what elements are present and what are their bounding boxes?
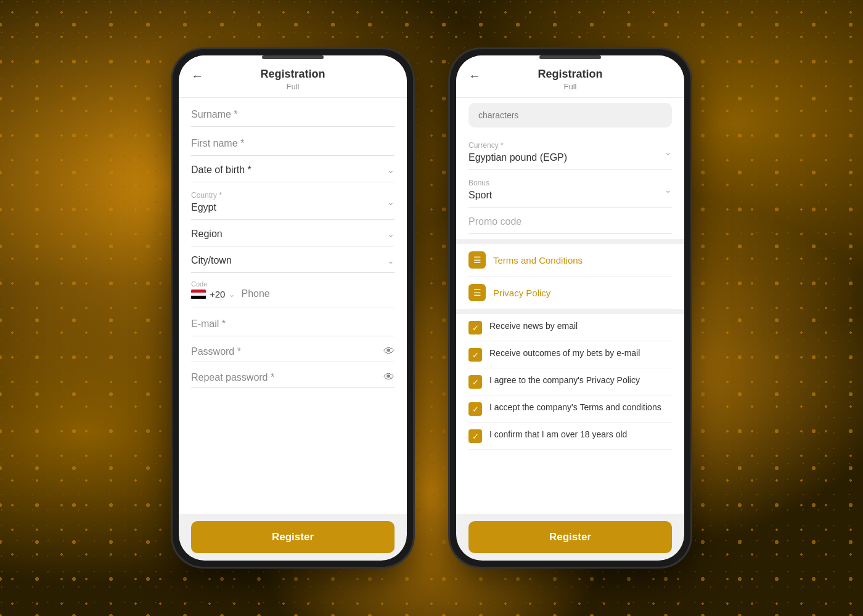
checkbox-row-0[interactable]: ✓ Receive news by email (468, 314, 672, 341)
title-left: Registration (191, 68, 395, 81)
phone-code-text: +20 (210, 289, 225, 299)
dob-value: Date of birth * (191, 164, 252, 175)
checkbox-label-4: I confirm that I am over 18 years old (489, 429, 627, 441)
password-eye-icon[interactable]: 👁 (383, 345, 395, 358)
checkbox-2[interactable]: ✓ (468, 375, 482, 389)
phone-left: ← Registration Full Date of birth * ⌄ Co… (173, 49, 413, 567)
header-left: ← Registration Full (179, 55, 407, 98)
bonus-field[interactable]: Bonus Sport ⌄ (468, 170, 672, 208)
subtitle-right: Full (468, 82, 672, 91)
region-field[interactable]: Region ⌄ (191, 220, 395, 246)
scroll-left: Date of birth * ⌄ Country * Egypt ⌄ Regi… (179, 98, 407, 514)
subtitle-left: Full (191, 82, 395, 91)
bonus-label: Bonus (468, 179, 492, 187)
bonus-chevron-icon: ⌄ (665, 185, 672, 195)
egypt-flag-icon (191, 290, 206, 299)
country-label: Country * (191, 191, 222, 200)
header-right: ← Registration Full (456, 55, 684, 98)
region-chevron-icon: ⌄ (387, 229, 395, 239)
terms-link-row[interactable]: ☰ Terms and Conditions (468, 244, 672, 277)
back-button-left[interactable]: ← (191, 69, 203, 83)
privacy-icon: ☰ (468, 284, 486, 301)
currency-label: Currency * (468, 141, 567, 150)
checkbox-label-0: Receive news by email (489, 320, 578, 333)
scroll-right: characters Currency * Egyptian pound (EG… (456, 98, 684, 514)
email-input[interactable] (191, 316, 395, 332)
firstname-input[interactable] (191, 136, 395, 152)
checkbox-label-1: Receive outcomes of my bets by e-mail (489, 347, 640, 360)
currency-chevron-icon: ⌄ (665, 147, 672, 157)
region-value: Region (191, 229, 223, 239)
surname-input[interactable] (191, 107, 395, 123)
characters-hint: characters (468, 103, 672, 128)
notch-left (262, 55, 324, 59)
country-field[interactable]: Country * Egypt ⌄ (191, 182, 395, 220)
phone-code-chevron-icon: ⌄ (229, 290, 235, 299)
code-label: Code (191, 280, 235, 288)
repeat-password-eye-icon[interactable]: 👁 (383, 371, 395, 384)
phone-row: Code +20 ⌄ (191, 273, 395, 307)
promo-field (468, 208, 672, 234)
register-button-left[interactable]: Register (191, 521, 395, 553)
currency-value: Egyptian pound (EGP) (468, 152, 567, 163)
city-chevron-icon: ⌄ (387, 256, 395, 265)
section-divider-1 (456, 239, 684, 244)
checkbox-row-3[interactable]: ✓ I accept the company's Terms and condi… (468, 395, 672, 423)
section-divider-2 (456, 309, 684, 314)
phone-right: ← Registration Full characters Currency … (450, 49, 690, 567)
checkbox-1[interactable]: ✓ (468, 348, 482, 362)
firstname-field (191, 127, 395, 156)
bonus-value: Sport (468, 190, 492, 201)
country-chevron-icon: ⌄ (387, 197, 395, 207)
notch-right (539, 55, 601, 59)
privacy-link-row[interactable]: ☰ Privacy Policy (468, 277, 672, 309)
dob-field[interactable]: Date of birth * ⌄ (191, 156, 395, 182)
city-value: City/town (191, 255, 232, 265)
password-input[interactable] (191, 346, 383, 357)
country-value: Egypt (191, 202, 216, 213)
phone-code-selector[interactable]: +20 ⌄ (191, 289, 235, 299)
title-right: Registration (468, 68, 672, 81)
checkbox-row-2[interactable]: ✓ I agree to the company's Privacy Polic… (468, 368, 672, 395)
checkbox-0[interactable]: ✓ (468, 321, 482, 334)
checkbox-3[interactable]: ✓ (468, 402, 482, 416)
repeat-password-field: 👁 (191, 362, 395, 388)
register-button-right[interactable]: Register (468, 521, 672, 553)
checkbox-label-2: I agree to the company's Privacy Policy (489, 375, 640, 387)
phone-input[interactable] (241, 288, 395, 299)
repeat-password-input[interactable] (191, 372, 383, 383)
checkbox-4[interactable]: ✓ (468, 429, 482, 443)
currency-field[interactable]: Currency * Egyptian pound (EGP) ⌄ (468, 132, 672, 170)
city-field[interactable]: City/town ⌄ (191, 246, 395, 273)
promo-input[interactable] (468, 216, 672, 227)
terms-icon: ☰ (468, 251, 486, 269)
checkbox-label-3: I accept the company's Terms and conditi… (489, 402, 661, 414)
password-field: 👁 (191, 336, 395, 362)
dob-chevron-icon: ⌄ (387, 165, 395, 175)
email-field (191, 307, 395, 336)
surname-field (191, 98, 395, 127)
checkbox-row-1[interactable]: ✓ Receive outcomes of my bets by e-mail (468, 341, 672, 368)
privacy-link[interactable]: Privacy Policy (493, 288, 550, 298)
checkbox-row-4[interactable]: ✓ I confirm that I am over 18 years old (468, 423, 672, 450)
back-button-right[interactable]: ← (468, 69, 481, 83)
terms-link[interactable]: Terms and Conditions (493, 255, 583, 265)
